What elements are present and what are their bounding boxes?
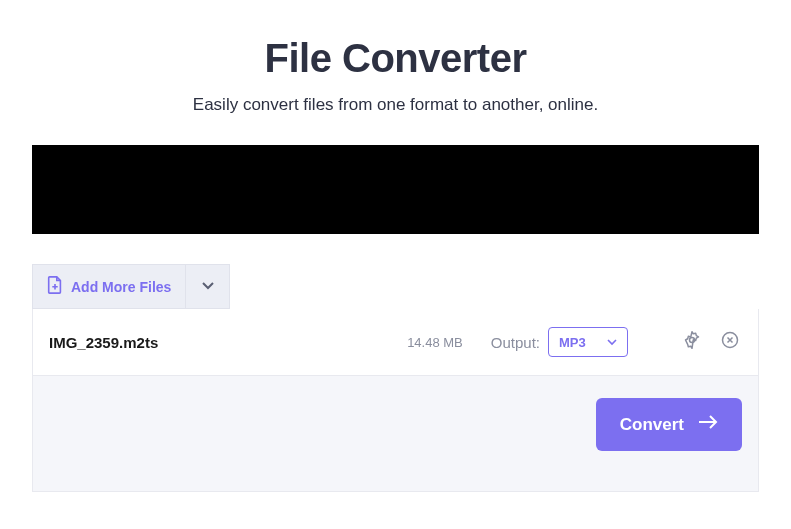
file-name: IMG_2359.m2ts [49, 334, 158, 351]
file-size: 14.48 MB [407, 335, 463, 350]
format-select[interactable]: MP3 [548, 327, 628, 357]
add-more-files-button[interactable]: Add More Files [32, 264, 186, 309]
convert-button[interactable]: Convert [596, 398, 742, 451]
file-plus-icon [47, 276, 63, 297]
footer-row: Convert [32, 376, 759, 492]
close-icon [720, 330, 740, 354]
toolbar: Add More Files [32, 264, 759, 309]
add-more-files-label: Add More Files [71, 279, 171, 295]
remove-file-button[interactable] [718, 330, 742, 354]
app-container: File Converter Easily convert files from… [0, 0, 791, 492]
convert-label: Convert [620, 415, 684, 435]
add-more-dropdown-button[interactable] [186, 264, 230, 309]
page-title: File Converter [0, 36, 791, 81]
arrow-right-icon [698, 414, 718, 435]
format-select-label: MP3 [559, 335, 586, 350]
chevron-down-icon [607, 333, 617, 351]
converter-panel: Add More Files IMG_2359.m2ts 14.48 MB Ou… [32, 264, 759, 492]
gear-icon [682, 330, 702, 354]
chevron-down-icon [201, 278, 215, 296]
output-label: Output: [491, 334, 540, 351]
settings-button[interactable] [680, 330, 704, 354]
page-subtitle: Easily convert files from one format to … [0, 95, 791, 115]
file-row: IMG_2359.m2ts 14.48 MB Output: MP3 [32, 309, 759, 376]
ad-banner [32, 145, 759, 234]
